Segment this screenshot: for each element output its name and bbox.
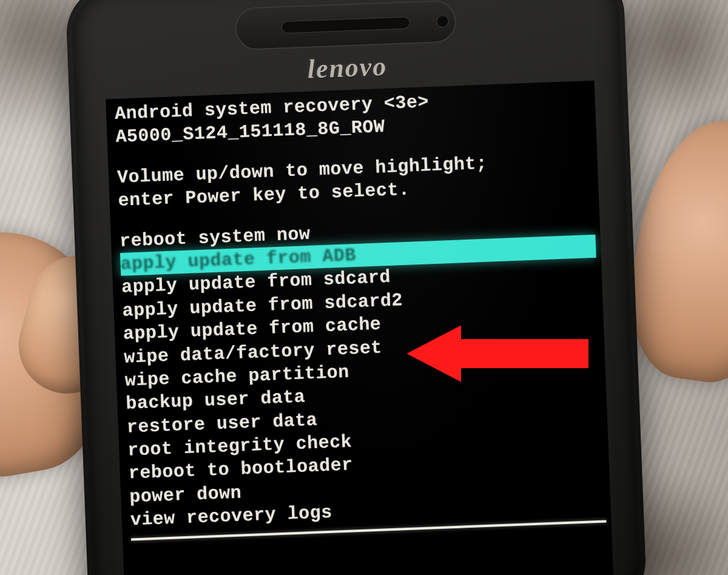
recovery-menu[interactable]: reboot system nowapply update from ADBap…: [119, 211, 606, 532]
phone-body: lenovo Android system recovery <3e> A500…: [65, 0, 647, 575]
proximity-sensor-icon: [436, 15, 449, 28]
photo-scene: lenovo Android system recovery <3e> A500…: [0, 0, 728, 575]
speaker-grille: [281, 16, 410, 33]
earpiece: [235, 0, 457, 50]
android-recovery: Android system recovery <3e> A5000_S124_…: [114, 84, 606, 540]
phone-screen: Android system recovery <3e> A5000_S124_…: [106, 81, 613, 575]
